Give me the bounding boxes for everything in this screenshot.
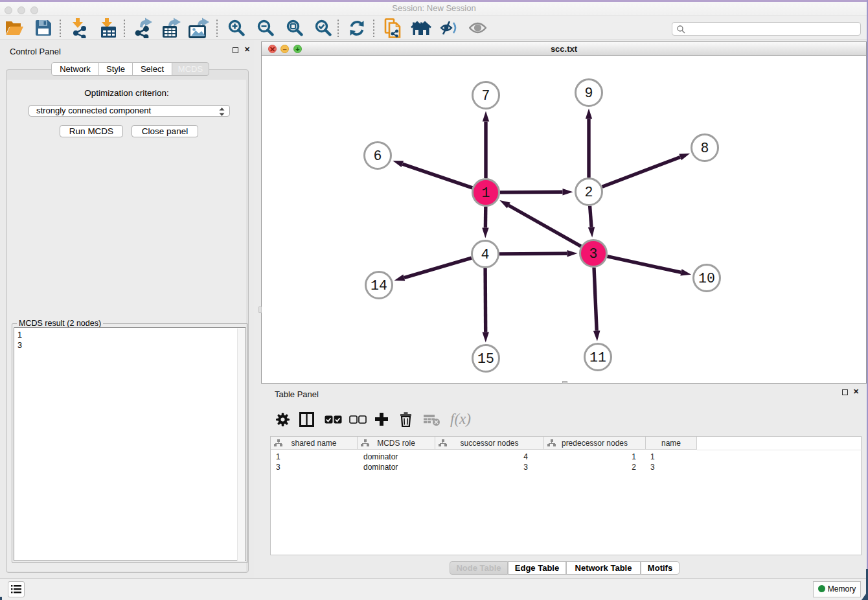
svg-text:2: 2 [585,185,593,200]
svg-text:1: 1 [482,185,490,201]
svg-text:4: 4 [481,247,490,262]
svg-text:8: 8 [701,141,709,156]
svg-text:11: 11 [589,350,606,365]
svg-text:3: 3 [589,246,598,262]
svg-text:9: 9 [585,86,593,101]
svg-text:14: 14 [371,278,387,294]
svg-text:6: 6 [374,148,382,164]
svg-text:15: 15 [477,351,494,367]
svg-text:10: 10 [698,271,715,286]
svg-text:7: 7 [482,88,490,104]
